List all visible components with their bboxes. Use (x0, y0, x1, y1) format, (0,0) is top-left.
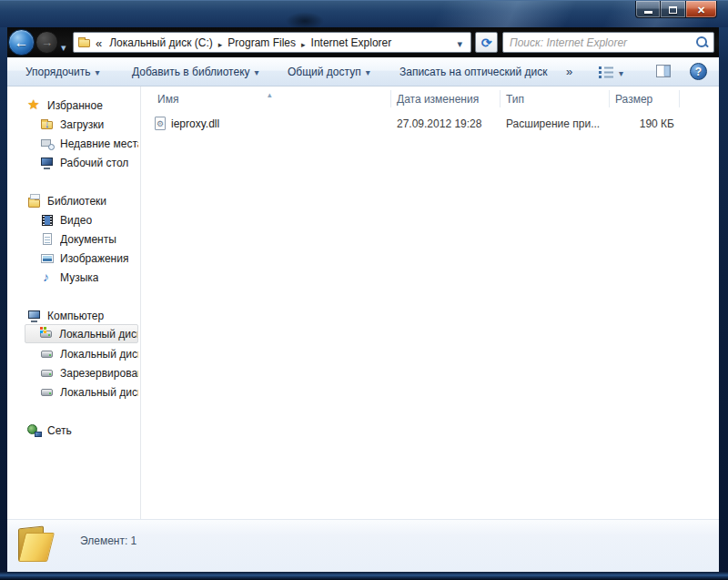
add-to-library-button[interactable]: Добавить в библиотеку (125, 57, 267, 86)
recent-pages-dropdown-icon[interactable] (61, 38, 66, 55)
window-controls (635, 1, 717, 18)
more-commands-chevron-icon[interactable] (566, 65, 572, 78)
main-area: Избранное Загрузки Недавние места Рабочи… (7, 86, 719, 519)
column-header-size[interactable]: Размер (615, 93, 652, 106)
explorer-window: Локальный диск (C:) Program Files Intern… (0, 0, 728, 580)
dropdown-arrow-icon (255, 66, 259, 78)
sidebar-item-system-reserved[interactable]: Зарезервировано (40, 363, 138, 382)
sidebar-section-libraries[interactable]: Библиотеки (27, 191, 138, 210)
change-view-button[interactable] (599, 64, 623, 80)
column-header-name[interactable]: Имя (157, 93, 178, 106)
sidebar-item-recent-places[interactable]: Недавние места (40, 134, 138, 153)
documents-icon (40, 232, 55, 247)
preview-pane-button[interactable] (656, 64, 672, 78)
minimize-button[interactable] (635, 1, 661, 18)
views-icon (599, 66, 614, 78)
help-button[interactable] (690, 63, 707, 80)
burn-disc-label: Записать на оптический диск (399, 66, 548, 78)
libraries-icon (27, 194, 42, 209)
item-label: Недавние места (60, 137, 138, 150)
item-label: Локальный диск (60, 348, 138, 361)
share-label: Общий доступ (288, 66, 361, 78)
column-header-date[interactable]: Дата изменения (397, 93, 479, 106)
dll-file-icon (155, 117, 166, 130)
sidebar-item-local-disk-3[interactable]: Локальный диск (40, 382, 138, 402)
breadcrumb-overflow-chevron[interactable] (92, 35, 104, 51)
breadcrumb-program-files[interactable]: Program Files (222, 36, 301, 49)
computer-icon (27, 309, 42, 323)
item-count-label: Элемент: 1 (80, 534, 136, 547)
sidebar-item-downloads[interactable]: Загрузки (40, 115, 138, 134)
back-button[interactable] (8, 29, 35, 56)
sidebar-item-local-disk-c[interactable]: Локальный диск (25, 324, 138, 343)
item-label: Видео (60, 214, 92, 227)
navigation-bar: Локальный диск (C:) Program Files Intern… (7, 27, 719, 57)
organize-button[interactable]: Упорядочить (18, 57, 106, 86)
dropdown-arrow-icon (619, 64, 623, 80)
star-icon (27, 98, 42, 113)
column-divider[interactable] (679, 90, 680, 107)
sort-ascending-icon[interactable] (268, 85, 272, 101)
file-row-ieproxy[interactable]: ieproxy.dll 27.09.2012 19:28 Расширение … (144, 115, 712, 133)
close-button[interactable] (685, 1, 717, 18)
maximize-button[interactable] (661, 1, 685, 18)
search-input[interactable] (503, 34, 693, 51)
address-dropdown-icon[interactable] (457, 35, 470, 51)
column-divider[interactable] (500, 90, 500, 107)
sidebar-item-documents[interactable]: Документы (40, 229, 138, 249)
recent-places-icon (40, 137, 55, 151)
share-button[interactable]: Общий доступ (280, 57, 378, 86)
item-label: Локальный диск (59, 328, 137, 341)
system-drive-icon (39, 327, 54, 341)
refresh-button[interactable] (475, 32, 498, 53)
burn-disc-button[interactable]: Записать на оптический диск (392, 57, 555, 86)
column-header-type[interactable]: Тип (506, 93, 524, 106)
sidebar-item-local-disk-2[interactable]: Локальный диск (40, 344, 138, 363)
item-label: Рабочий стол (60, 157, 128, 169)
item-label: Загрузки (60, 118, 104, 131)
column-divider[interactable] (609, 90, 610, 107)
item-label: Локальный диск (60, 386, 138, 399)
desktop-icon (40, 156, 55, 170)
section-label: Избранное (47, 99, 103, 112)
item-label: Музыка (60, 271, 98, 284)
title-bar[interactable] (0, 0, 728, 27)
details-pane: Элемент: 1 (7, 519, 719, 572)
sidebar-section-favorites[interactable]: Избранное (27, 96, 138, 115)
network-icon (27, 423, 42, 438)
sidebar-item-videos[interactable]: Видео (40, 210, 138, 229)
search-box (502, 32, 714, 53)
sidebar-section-network[interactable]: Сеть (27, 421, 138, 440)
address-bar[interactable]: Локальный диск (C:) Program Files Intern… (73, 32, 471, 53)
item-label: Документы (60, 233, 116, 246)
video-library-icon (40, 213, 55, 228)
breadcrumb-internet-explorer[interactable]: Internet Explorer (306, 36, 398, 49)
column-divider[interactable] (390, 90, 391, 107)
folder-icon-large (13, 524, 60, 568)
search-icon[interactable] (693, 34, 712, 52)
sidebar-item-music[interactable]: Музыка (40, 268, 138, 287)
column-headers: Имя Дата изменения Тип Размер (142, 86, 719, 111)
maximize-icon (669, 6, 677, 14)
drive-icon (40, 366, 55, 381)
sidebar-item-desktop[interactable]: Рабочий стол (40, 153, 138, 172)
section-label: Библиотеки (47, 195, 106, 208)
section-label: Компьютер (47, 310, 104, 322)
music-note-icon (40, 270, 55, 285)
minimize-icon (644, 11, 652, 14)
file-size: 190 КБ (579, 117, 674, 130)
preview-pane-icon (656, 64, 672, 78)
navigation-pane: Избранное Загрузки Недавние места Рабочи… (7, 86, 141, 519)
breadcrumb-drive[interactable]: Локальный диск (C:) (104, 36, 218, 49)
sidebar-item-pictures[interactable]: Изображения (40, 249, 138, 268)
downloads-folder-icon (40, 117, 55, 132)
sidebar-section-computer[interactable]: Компьютер (27, 306, 138, 325)
organize-label: Упорядочить (25, 66, 90, 78)
command-toolbar: Упорядочить Добавить в библиотеку Общий … (7, 57, 719, 86)
item-label: Изображения (60, 252, 128, 265)
pictures-icon (40, 251, 55, 266)
file-list: Имя Дата изменения Тип Размер ieproxy.dl… (142, 86, 719, 519)
forward-button[interactable] (35, 31, 58, 54)
close-icon (697, 1, 705, 17)
item-label: Зарезервировано (60, 367, 138, 380)
